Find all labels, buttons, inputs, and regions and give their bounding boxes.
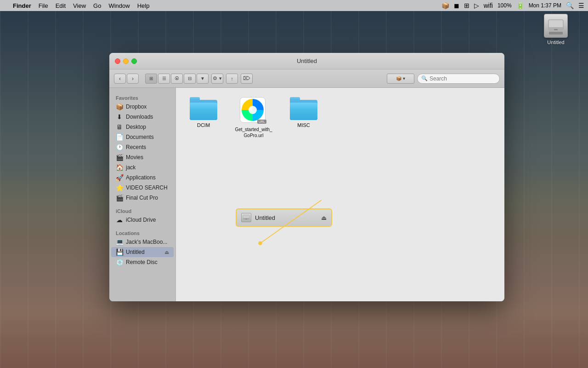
forward-button[interactable]: › <box>127 74 139 84</box>
iclouddrive-sidebar-icon: ☁ <box>116 216 123 224</box>
main-content: Favorites 📦 Dropbox ⬇ Downloads 🖥 Deskto… <box>109 88 504 301</box>
dropbox-sidebar-icon: 📦 <box>116 103 123 110</box>
untitled-sidebar-icon: 💾 <box>116 248 123 256</box>
share-button[interactable]: ↑ <box>226 74 238 84</box>
untitled-popup-label: Untitled <box>255 214 317 221</box>
downloads-sidebar-icon: ⬇ <box>116 113 123 121</box>
toolbar: ‹ › ⊞ ☰ ⦿ ⊟ ▼ ⚙ ▾ ↑ ⌦ 📦 ▾ 🔍 <box>109 69 504 88</box>
nav-buttons: ‹ › <box>114 74 139 84</box>
edit-menu[interactable]: Edit <box>56 2 66 9</box>
gopro-label: Get_started_with_GoPro.url <box>235 126 272 138</box>
drive-mini-icon <box>241 213 251 222</box>
sidebar-applications-label: Applications <box>126 174 156 181</box>
untitled-drive-popup[interactable]: Untitled ⏏ <box>236 208 332 227</box>
file-item-misc[interactable]: MISC <box>285 97 322 128</box>
action-button[interactable]: ⚙ ▾ <box>211 74 223 84</box>
box-menubar-icon[interactable]: ◼ <box>454 2 459 9</box>
sidebar-item-recents[interactable]: 🕐 Recents <box>111 142 174 152</box>
battery-menubar-icon: 🔋 <box>516 2 524 9</box>
popup-eject-button[interactable]: ⏏ <box>321 214 327 221</box>
files-grid: DCIM URL Get_started_with_GoPro <box>185 97 495 138</box>
movies-sidebar-icon: 🎬 <box>116 154 123 161</box>
sidebar-item-jack[interactable]: 🏠 jack <box>111 162 174 172</box>
sidebar-item-documents[interactable]: 📄 Documents <box>111 132 174 142</box>
traffic-lights <box>115 58 137 64</box>
search-icon: 🔍 <box>421 75 428 81</box>
sidebar: Favorites 📦 Dropbox ⬇ Downloads 🖥 Deskto… <box>109 88 176 301</box>
sidebar-item-movies[interactable]: 🎬 Movies <box>111 152 174 162</box>
sidebar-item-dropbox[interactable]: 📦 Dropbox <box>111 102 174 112</box>
finder-menu[interactable]: Finder <box>13 2 31 9</box>
sidebar-item-downloads[interactable]: ⬇ Downloads <box>111 112 174 122</box>
sidebar-item-applications[interactable]: 🚀 Applications <box>111 172 174 183</box>
file-item-dcim[interactable]: DCIM <box>185 97 222 128</box>
recents-sidebar-icon: 🕐 <box>116 144 123 151</box>
maximize-button[interactable] <box>131 58 137 64</box>
finalcut-sidebar-icon: 🎬 <box>116 194 123 201</box>
sidebar-dropbox-label: Dropbox <box>126 104 147 110</box>
remotedisc-sidebar-icon: 💿 <box>116 259 123 266</box>
battery-percentage: 100% <box>498 2 512 9</box>
sidebar-documents-label: Documents <box>126 134 154 140</box>
sidebar-movies-label: Movies <box>126 154 143 161</box>
sidebar-item-iclouddrive[interactable]: ☁ iCloud Drive <box>111 215 174 225</box>
menubar: Finder File Edit View Go Window Help 📦 ◼… <box>0 0 588 11</box>
sidebar-item-finalcut[interactable]: 🎬 Final Cut Pro <box>111 193 174 203</box>
control-center-icon[interactable]: ☰ <box>578 2 584 9</box>
link-button[interactable]: ⌦ <box>241 74 253 84</box>
icon-view-button[interactable]: ⊞ <box>145 74 157 84</box>
dropbox-icon: 📦 <box>396 76 401 81</box>
minimize-button[interactable] <box>123 58 129 64</box>
view-buttons: ⊞ ☰ ⦿ ⊟ ▼ <box>145 74 209 84</box>
misc-folder-icon <box>290 97 317 120</box>
menubar-clock: Mon 1:37 PM <box>529 2 561 9</box>
dcim-label: DCIM <box>197 122 210 128</box>
close-button[interactable] <box>115 58 120 64</box>
finder-window: Untitled ‹ › ⊞ ☰ ⦿ ⊟ ▼ ⚙ ▾ ↑ ⌦ 📦 ▾ <box>109 53 504 301</box>
documents-sidebar-icon: 📄 <box>116 133 123 141</box>
sidebar-jack-label: jack <box>126 164 136 171</box>
gallery-view-button[interactable]: ⊟ <box>184 74 196 84</box>
sidebar-item-untitled[interactable]: 💾 Untitled ⏏ <box>111 247 174 257</box>
back-button[interactable]: ‹ <box>114 74 126 84</box>
cast-menubar-icon[interactable]: ⊞ <box>464 2 469 9</box>
svg-rect-5 <box>245 219 247 220</box>
sidebar-item-videosearch[interactable]: ⭐ VIDEO SEARCH <box>111 183 174 193</box>
dropbox-menubar-icon[interactable]: 📦 <box>441 2 449 9</box>
locations-label: Locations <box>109 228 175 237</box>
dropbox-toolbar-button[interactable]: 📦 ▾ <box>387 74 414 84</box>
go-menu[interactable]: Go <box>93 2 101 9</box>
search-box[interactable]: 🔍 <box>417 74 500 84</box>
sidebar-recents-label: Recents <box>126 144 146 150</box>
sidebar-remotedisc-label: Remote Disc <box>126 259 158 265</box>
view-menu[interactable]: View <box>73 2 86 9</box>
desktop: Finder File Edit View Go Window Help 📦 ◼… <box>0 0 588 368</box>
svg-rect-2 <box>554 29 558 30</box>
file-menu[interactable]: File <box>39 2 48 9</box>
sidebar-item-remotedisc[interactable]: 💿 Remote Disc <box>111 257 174 267</box>
sidebar-item-macbook[interactable]: 💻 Jack's MacBoo... <box>111 237 174 247</box>
sidebar-downloads-label: Downloads <box>126 114 153 120</box>
gopro-file-icon: URL <box>240 97 267 125</box>
help-menu[interactable]: Help <box>137 2 150 9</box>
desktop-drive-icon[interactable]: Untitled <box>537 14 574 45</box>
window-menu[interactable]: Window <box>108 2 130 9</box>
search-input[interactable] <box>430 75 496 82</box>
sidebar-videosearch-label: VIDEO SEARCH <box>126 184 168 191</box>
column-view-button[interactable]: ⦿ <box>171 74 183 84</box>
list-view-button[interactable]: ☰ <box>158 74 170 84</box>
wifi-menubar-icon[interactable]: wifi <box>484 2 493 9</box>
view-options-button[interactable]: ▼ <box>197 74 209 84</box>
eject-sidebar-icon[interactable]: ⏏ <box>164 249 169 255</box>
sidebar-macbook-label: Jack's MacBoo... <box>126 239 167 245</box>
sidebar-finalcut-label: Final Cut Pro <box>126 195 158 201</box>
title-bar: Untitled <box>109 53 504 69</box>
spotlight-icon[interactable]: 🔍 <box>566 2 574 9</box>
favorites-label: Favorites <box>109 92 175 102</box>
sidebar-item-desktop[interactable]: 🖥 Desktop <box>111 122 174 132</box>
airplay-menubar-icon[interactable]: ▷ <box>474 2 479 9</box>
window-title: Untitled <box>297 58 317 64</box>
file-item-gopro[interactable]: URL Get_started_with_GoPro.url <box>233 97 274 138</box>
sidebar-untitled-label: Untitled <box>126 249 145 255</box>
jack-sidebar-icon: 🏠 <box>116 164 123 171</box>
